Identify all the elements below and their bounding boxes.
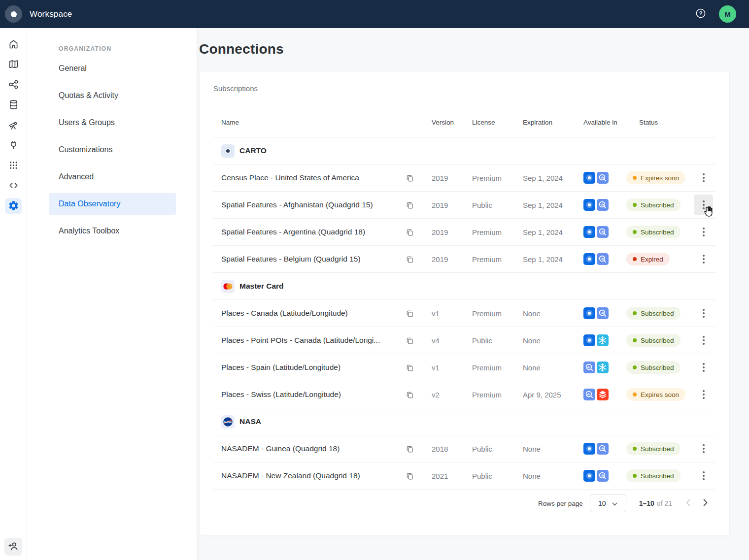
connections-rail-button[interactable]	[5, 137, 22, 154]
rows-per-page-select[interactable]: 10	[590, 494, 626, 512]
sidebar-item-general[interactable]: General	[27, 55, 197, 82]
copy-icon[interactable]	[406, 472, 414, 480]
row-menu-button[interactable]	[694, 465, 713, 486]
help-icon: ?	[695, 7, 707, 21]
bigquery-icon	[597, 307, 609, 319]
main-content: Connections Subscriptions Name Version L…	[197, 28, 749, 560]
row-menu-button[interactable]	[694, 222, 713, 242]
sidebar-item-customizations[interactable]: Customizations	[27, 136, 197, 163]
chevron-right-icon	[703, 499, 708, 508]
dataset-version: v1	[432, 309, 472, 318]
sidebar-item-analytics-toolbox[interactable]: Analytics Toolbox	[27, 217, 197, 244]
dataset-expiration: Sep 1, 2024	[523, 174, 583, 182]
group-row-nasa: NASANASA	[213, 408, 715, 435]
previous-page-button[interactable]	[684, 497, 692, 510]
dataset-name: Places - Spain (Latitude/Longitude)	[213, 363, 406, 372]
available-in-cell	[583, 172, 626, 184]
dataset-version: 2019	[432, 228, 472, 236]
copy-icon[interactable]	[406, 174, 414, 182]
carto-data-warehouse-icon	[583, 199, 595, 211]
dataset-version: 2019	[432, 174, 472, 182]
page-title: Connections	[199, 41, 749, 57]
copy-icon[interactable]	[406, 363, 414, 372]
dataset-version: v1	[432, 363, 472, 372]
bigquery-icon	[597, 253, 609, 265]
data-explorer-rail-button[interactable]	[5, 117, 22, 133]
copy-icon[interactable]	[406, 445, 414, 453]
card-title: Subscriptions	[213, 84, 715, 93]
row-menu-button[interactable]	[694, 167, 713, 188]
dataset-license: Public	[472, 201, 523, 209]
rows-per-page-value: 10	[598, 499, 606, 507]
dataset-license: Premium	[472, 363, 523, 372]
group-name: Master Card	[239, 282, 284, 291]
sidebar-item-users-groups[interactable]: Users & Groups	[27, 109, 197, 136]
row-menu-button[interactable]	[694, 303, 713, 324]
bigquery-icon	[597, 443, 609, 455]
dataset-version: 2018	[432, 445, 472, 453]
status-badge: Subscribed	[626, 469, 681, 482]
table-row: Places - Spain (Latitude/Longitude)v1Pre…	[213, 354, 715, 381]
carto-data-warehouse-icon	[583, 172, 595, 184]
column-header-expiration: Expiration	[523, 119, 583, 126]
available-in-cell	[583, 199, 626, 211]
row-menu-button[interactable]	[694, 249, 713, 269]
chevron-left-icon	[686, 499, 690, 508]
workflows-icon	[8, 79, 19, 92]
settings-rail-button[interactable]	[5, 198, 22, 214]
home-rail-button[interactable]	[5, 36, 22, 53]
bigquery-icon	[583, 362, 595, 373]
data-explorer-icon	[8, 119, 19, 132]
dataset-expiration: Sep 1, 2024	[523, 228, 583, 236]
column-header-version: Version	[432, 119, 472, 126]
developers-rail-button[interactable]	[5, 178, 22, 194]
dataset-version: v2	[432, 391, 472, 399]
sidebar-item-quotas-activity[interactable]: Quotas & Activity	[27, 82, 197, 109]
dataset-name: Places - Point POIs - Canada (Latitude/L…	[213, 336, 406, 345]
carto-data-warehouse-icon	[583, 334, 595, 346]
data-rail-button[interactable]	[5, 97, 22, 113]
status-badge: Subscribed	[626, 226, 681, 238]
sidebar-section-label: ORGANIZATION	[27, 43, 197, 55]
row-menu-button[interactable]	[694, 438, 713, 459]
row-menu-button[interactable]	[694, 384, 713, 405]
dataset-license: Premium	[472, 309, 523, 318]
avatar[interactable]: M	[719, 5, 736, 23]
sidebar-item-data-observatory[interactable]: Data Observatory	[27, 190, 197, 217]
carto-data-warehouse-icon	[583, 307, 595, 319]
table-header: Name Version License Expiration Availabl…	[213, 108, 715, 137]
settings-icon	[8, 200, 19, 213]
copy-icon[interactable]	[406, 201, 414, 209]
carto-data-warehouse-icon	[583, 226, 595, 238]
nasa-provider-logo: NASA	[221, 415, 235, 428]
add-user-button[interactable]	[4, 538, 22, 556]
maps-rail-button[interactable]	[5, 57, 22, 73]
available-in-cell	[583, 470, 626, 482]
help-button[interactable]: ?	[695, 7, 707, 21]
dataset-version: 2019	[432, 255, 472, 264]
snowflake-icon	[597, 362, 609, 373]
dataset-expiration: None	[523, 472, 583, 480]
dataset-expiration: Apr 9, 2025	[523, 391, 583, 399]
table-row: Places - Canada (Latitude/Longitude)v1Pr…	[213, 300, 715, 327]
row-menu-button[interactable]	[694, 195, 713, 215]
table-row: Census Place - United States of America2…	[213, 165, 715, 192]
mastercard-provider-logo	[221, 280, 235, 293]
group-row-mastercard: Master Card	[213, 273, 715, 300]
copy-icon[interactable]	[406, 228, 414, 236]
copy-icon[interactable]	[406, 391, 414, 399]
dataset-version: 2019	[432, 201, 472, 209]
workflows-rail-button[interactable]	[5, 77, 22, 93]
next-page-button[interactable]	[701, 497, 710, 510]
row-menu-button[interactable]	[694, 357, 713, 378]
copy-icon[interactable]	[406, 255, 414, 264]
group-row-carto: CARTO	[213, 137, 715, 165]
row-menu-button[interactable]	[694, 330, 713, 351]
copy-icon[interactable]	[406, 336, 414, 345]
copy-icon[interactable]	[406, 309, 414, 318]
sidebar-item-advanced[interactable]: Advanced	[27, 163, 197, 190]
table-row: Spatial Features - Afghanistan (Quadgrid…	[213, 192, 715, 219]
applications-rail-button[interactable]	[5, 158, 22, 174]
carto-data-warehouse-icon	[583, 443, 595, 455]
icon-rail	[0, 28, 27, 560]
